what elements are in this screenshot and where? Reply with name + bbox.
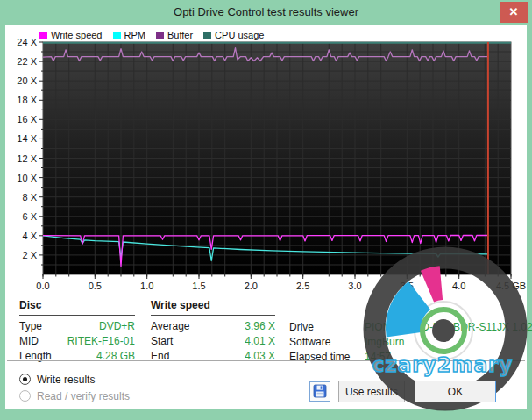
svg-text:10 X: 10 X [17,173,37,183]
info-value: 4.01 X [245,334,275,349]
title-bar[interactable]: Opti Drive Control test results viewer [0,0,532,25]
info-value: RITEK-F16-01 [67,334,135,349]
info-row: Average3.96 X [151,319,275,334]
info-label: End [151,349,169,364]
info-row: TypeDVD+R [19,319,135,334]
svg-text:3.5: 3.5 [401,281,414,291]
svg-text:6 X: 6 X [22,211,37,222]
radio-circle-icon[interactable] [19,374,31,385]
svg-text:4 X: 4 X [22,231,37,241]
svg-text:16 X: 16 X [17,114,37,125]
svg-text:14 X: 14 X [17,133,37,144]
radio-circle-icon[interactable] [19,390,31,402]
info-row: SoftwareImgBurn [289,335,524,350]
info-value: 14:57 [365,350,391,365]
drive-info-section: DrivePIONEER BD-RW BDR-S11JX 1.02Softwar… [289,320,524,365]
svg-text:8 X: 8 X [22,192,37,203]
svg-text:1.5: 1.5 [192,281,205,291]
info-row: End4.03 X [151,349,275,364]
use-results-button[interactable]: Use results [338,381,405,402]
svg-text:12 X: 12 X [17,153,37,164]
info-value: PIONEER BD-RW BDR-S11JX 1.02 [365,320,532,335]
svg-text:2 X: 2 X [22,250,37,260]
floppy-disk-icon [313,384,327,398]
svg-text:2.5: 2.5 [296,281,309,291]
ok-button[interactable]: OK [415,381,496,402]
radio-write-results[interactable]: Write results [19,372,130,387]
speed-chart: 2 X4 X6 X8 X10 X12 X14 X16 X18 X20 X22 X… [5,37,527,300]
radio-label: Write results [37,374,95,386]
info-value: ImgBurn [365,335,404,350]
svg-text:4.0: 4.0 [452,281,465,291]
write-speed-header: Write speed [151,299,275,316]
svg-text:2.0: 2.0 [245,281,258,291]
info-row: Length4.28 GB [19,349,135,364]
info-label: MID [19,334,39,349]
disc-info-section: Disc TypeDVD+RMIDRITEK-F16-01Length4.28 … [19,299,135,364]
write-speed-info-section: Write speed Average3.96 XStart4.01 XEnd4… [151,299,275,364]
svg-text:1.0: 1.0 [140,281,153,291]
svg-text:20 X: 20 X [17,75,37,86]
window-title: Opti Drive Control test results viewer [174,5,358,18]
info-value: 3.96 X [245,319,275,334]
save-button[interactable] [309,381,330,402]
content-panel: Write speedRPMBufferCPU usage 2 X4 X6 X8… [5,25,527,409]
app-window: Opti Drive Control test results viewer ✕… [0,0,532,420]
disc-header: Disc [19,299,135,316]
info-label: Type [19,319,42,334]
results-radio-group: Write resultsRead / verify results [19,372,130,405]
svg-text:4.5 GB: 4.5 GB [496,281,526,291]
info-row: Start4.01 X [151,334,275,349]
svg-text:24 X: 24 X [17,37,37,47]
info-label: Start [151,334,173,349]
info-value: 4.28 GB [96,349,135,364]
info-row: DrivePIONEER BD-RW BDR-S11JX 1.02 [289,320,524,335]
svg-text:22 X: 22 X [17,56,37,67]
svg-text:0.5: 0.5 [89,281,102,291]
radio-label: Read / verify results [37,390,130,402]
info-label: Software [289,335,365,350]
svg-text:18 X: 18 X [17,95,37,105]
info-row: Elapsed time14:57 [289,350,524,365]
svg-text:3.0: 3.0 [348,281,361,291]
info-label: Drive [289,320,365,335]
section-divider [7,360,525,361]
close-icon[interactable]: ✕ [500,2,528,23]
info-label: Length [19,349,52,364]
radio-read-verify-results[interactable]: Read / verify results [19,388,130,403]
svg-text:0.0: 0.0 [36,281,49,291]
info-value: DVD+R [99,319,135,334]
info-row: MIDRITEK-F16-01 [19,334,135,349]
info-label: Elapsed time [289,350,365,365]
info-value: 4.03 X [245,349,275,364]
info-label: Average [151,319,189,334]
